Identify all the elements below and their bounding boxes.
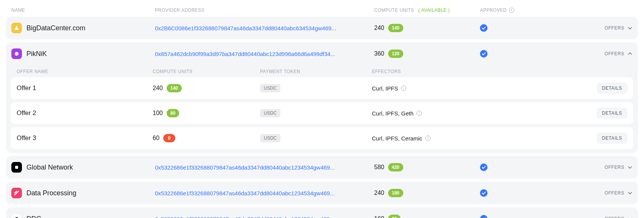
offer-cu-total: 60 [153, 135, 159, 142]
provider-name: DDC [26, 215, 41, 218]
chevron-down-icon [627, 25, 633, 31]
offers-toggle[interactable]: OFFERS [540, 51, 633, 56]
provider-group-expanded: PikNiK 0x857a462dcb90f99a3d97ba347dd8044… [6, 42, 638, 153]
effectors-text: Curl, IPFS, Ceramic [372, 135, 422, 142]
col-offer-name: OFFER NAME [17, 69, 153, 74]
offer-cu-available-pill: 0 [163, 134, 175, 142]
provider-row: BigDataCenter.com 0x2B6C0086e1f332688079… [6, 17, 638, 39]
table-header-row: NAME PROVIDER ADDRESS COMPUTE UNITS ( AV… [6, 8, 638, 17]
payment-token-cell: USDC [260, 84, 372, 92]
provider-row: PikNiK 0x857a462dcb90f99a3d97ba347dd8044… [6, 42, 638, 65]
effectors-cell: Curl, IPFS, Ceramic [372, 135, 523, 142]
approved-check-icon [480, 164, 488, 171]
col-provider-address: PROVIDER ADDRESS [155, 8, 374, 13]
provider-name-cell: BigDataCenter.com [11, 23, 155, 33]
chevron-down-icon [627, 190, 633, 196]
provider-logo [11, 213, 22, 218]
compute-units-cell: 240 180 [374, 189, 480, 197]
info-icon[interactable] [401, 86, 406, 91]
approved-cell [480, 24, 540, 32]
cu-available-pill: 120 [388, 50, 403, 58]
offer-cu-available-pill: 80 [167, 109, 179, 117]
offers-label: OFFERS [605, 25, 624, 31]
offers-toggle[interactable]: OFFERS [540, 190, 633, 196]
details-cell: DETAILS [523, 107, 627, 119]
provider-address[interactable]: 0x5322686e1f332688079847as46da3347dd8044… [155, 190, 374, 196]
col-approved-label: APPROVED [480, 8, 507, 13]
offer-row: Offer 2 100 80 USDC Curl, IPFS, Geth DET… [11, 102, 633, 124]
provider-row: Global Network 0x5322686e1f332688079847a… [6, 156, 638, 179]
offers-toggle[interactable]: OFFERS [540, 165, 633, 170]
info-icon[interactable] [509, 8, 514, 13]
chevron-down-icon [627, 216, 633, 218]
compute-units-cell: 580 420 [374, 163, 480, 171]
approved-cell [480, 50, 540, 58]
chevron-up-icon [627, 51, 633, 56]
col-approved: APPROVED [480, 8, 540, 13]
payment-token-cell: USDC [260, 109, 372, 117]
approved-check-icon [480, 50, 488, 58]
offers-toggle[interactable]: OFFERS [540, 216, 633, 218]
offer-cu-cell: 60 0 [153, 134, 260, 142]
effectors-text: Curl, IPFS, Geth [372, 110, 413, 117]
approved-cell [480, 164, 540, 171]
col-compute-units-label: COMPUTE UNITS [374, 8, 414, 13]
approved-cell [480, 215, 540, 218]
provider-name: PikNiK [26, 50, 47, 58]
details-cell: DETAILS [523, 83, 627, 94]
cu-total: 360 [374, 50, 384, 57]
offer-cu-total: 240 [153, 85, 163, 92]
svg-rect-1 [15, 166, 18, 169]
compute-units-cell: 360 120 [374, 50, 480, 58]
cu-available-pill: 80 [388, 215, 401, 218]
info-icon[interactable] [416, 111, 422, 116]
offers-label: OFFERS [605, 216, 624, 218]
chevron-down-icon [627, 165, 633, 170]
provider-logo [11, 23, 22, 33]
cu-total: 240 [374, 190, 384, 196]
payment-token-chip: USDC [260, 109, 280, 117]
provider-address[interactable]: 0x857a462dcb90f99a3d97ba347dd80440abc123… [155, 51, 374, 57]
offers-label: OFFERS [605, 51, 624, 56]
effectors-cell: Curl, IPFS, Geth [372, 110, 523, 117]
offer-name: Offer 3 [17, 134, 153, 142]
compute-units-cell: 240 140 [374, 24, 480, 32]
details-button[interactable]: DETAILS [597, 83, 627, 94]
provider-name: BigDataCenter.com [26, 24, 85, 32]
provider-logo [11, 162, 22, 173]
offers-toggle[interactable]: OFFERS [540, 25, 633, 31]
offer-cu-total: 100 [153, 110, 163, 117]
effectors-cell: Curl, IPFS [372, 85, 523, 92]
payment-token-chip: USDC [260, 134, 280, 142]
svg-point-0 [15, 52, 19, 56]
provider-name-cell: DDC [11, 213, 155, 218]
details-button[interactable]: DETAILS [597, 107, 627, 119]
info-icon[interactable] [425, 135, 430, 141]
provider-address[interactable]: 0x5322686e1f332688079847as46da3347dd8044… [155, 216, 374, 218]
offer-name: Offer 2 [17, 109, 153, 117]
cu-total: 580 [374, 164, 384, 171]
col-compute-units: COMPUTE UNITS ( AVAILABLE ) [374, 8, 480, 13]
provider-name-cell: PikNiK [11, 48, 155, 59]
approved-check-icon [480, 24, 488, 32]
col-details-spacer [523, 69, 627, 74]
col-payment-token: PAYMENT TOKEN [260, 69, 372, 74]
provider-name-cell: Global Network [11, 162, 155, 173]
provider-logo [11, 188, 22, 198]
col-name: NAME [11, 8, 155, 13]
offer-name: Offer 1 [17, 84, 153, 92]
provider-row: DDC 0x5322686e1f332688079847as46da3347dd… [6, 207, 638, 218]
provider-name-cell: Data Processing [11, 188, 155, 198]
provider-address[interactable]: 0x5322686e1f332688079847as46da3347dd8044… [155, 164, 374, 171]
cu-total: 240 [374, 25, 384, 31]
approved-check-icon [480, 189, 488, 197]
details-cell: DETAILS [523, 132, 627, 144]
payment-token-chip: USDC [260, 84, 280, 92]
offer-cu-cell: 100 80 [153, 109, 260, 117]
provider-name: Data Processing [26, 189, 76, 197]
provider-logo [11, 48, 22, 59]
provider-address[interactable]: 0x2B6C0086e1f332688079847as46da3347dd804… [155, 25, 374, 31]
details-button[interactable]: DETAILS [597, 132, 627, 144]
cu-available-pill: 180 [388, 189, 403, 197]
offer-cu-available-pill: 140 [167, 84, 182, 92]
